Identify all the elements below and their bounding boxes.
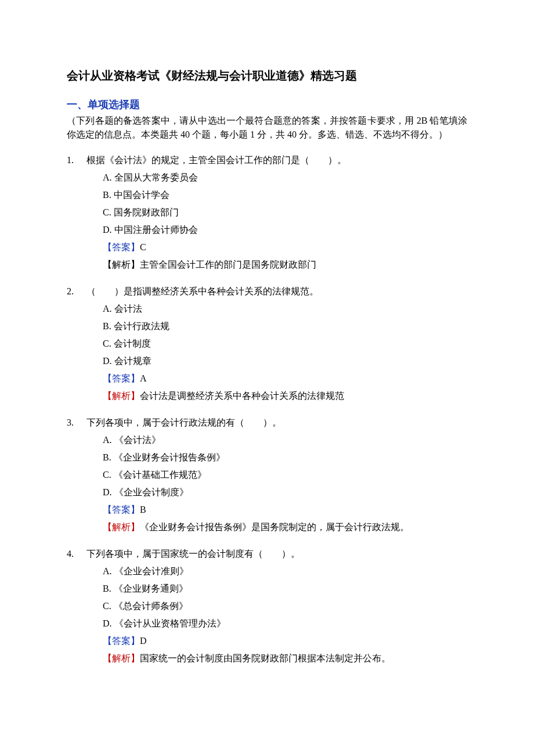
question-options: A. 《企业会计准则》 B. 《企业财务通则》 C. 《总会计师条例》 D. 《… [67,564,467,631]
answer-label: 【答案】 [103,505,140,514]
question-options: A. 全国从大常务委员会 B. 中国会计学会 C. 国务院财政部门 D. 中国注… [67,171,467,237]
option-b: B. 《企业财务会计报告条例》 [103,451,467,465]
answer-value: D [140,636,147,646]
option-d: D. 会计规章 [103,354,467,368]
option-d: D. 《企业会计制度》 [103,485,467,499]
explain-label: 【解析】 [103,391,140,401]
answer-value: A [140,373,147,383]
question-number: 4. [67,547,86,561]
option-b: B. 会计行政法规 [103,319,467,333]
question-text: （ ）是指调整经济关系中各种会计关系的法律规范。 [86,285,467,298]
question-options: A. 会计法 B. 会计行政法规 C. 会计制度 D. 会计规章 [67,302,467,368]
answer-value: B [140,505,146,514]
option-c: C. 《会计基础工作规范》 [103,468,467,482]
section-instructions: （下列各题的备选答案中，请从中选出一个最符合题意的答案，并按答题卡要求，用 2B… [67,114,467,142]
question-explanation: 【解析】《企业财务会计报告条例》是国务院制定的，属于会计行政法规。 [67,520,467,534]
question-answer: 【答案】D [67,634,467,648]
question-number: 1. [67,153,86,167]
explain-label: 【解析】 [103,653,140,663]
question-block: 3. 下列各项中，属于会计行政法规的有（ ）。 A. 《会计法》 B. 《企业财… [67,416,467,534]
option-b: B. 《企业财务通则》 [103,582,467,596]
question-block: 4. 下列各项中，属于国家统一的会计制度有（ ）。 A. 《企业会计准则》 B.… [67,547,467,665]
document-title: 会计从业资格考试《财经法规与会计职业道德》精选习题 [67,67,467,84]
question-answer: 【答案】B [67,503,467,517]
option-c: C. 会计制度 [103,337,467,351]
question-explanation: 【解析】国家统一的会计制度由国务院财政部门根据本法制定并公布。 [67,651,467,665]
document-page: 会计从业资格考试《财经法规与会计职业道德》精选习题 一、单项选择题 （下列各题的… [0,0,534,756]
question-number: 3. [67,416,86,430]
option-c: C. 《总会计师条例》 [103,599,467,613]
explain-label: 【解析】 [103,522,140,532]
option-b: B. 中国会计学会 [103,188,467,202]
explain-text: 会计法是调整经济关系中各种会计关系的法律规范 [140,391,344,401]
question-number: 2. [67,285,86,298]
explain-label: 【解析】 [103,260,140,269]
question-stem: 3. 下列各项中，属于会计行政法规的有（ ）。 [67,416,467,430]
question-text: 根据《会计法》的规定，主管全国会计工作的部门是（ ）。 [86,153,467,167]
answer-label: 【答案】 [103,636,140,646]
answer-value: C [140,242,146,252]
explain-text: 国家统一的会计制度由国务院财政部门根据本法制定并公布。 [140,653,391,663]
section-heading: 一、单项选择题 [67,97,467,113]
question-explanation: 【解析】会计法是调整经济关系中各种会计关系的法律规范 [67,389,467,403]
question-answer: 【答案】C [67,240,467,254]
explain-text: 《企业财务会计报告条例》是国务院制定的，属于会计行政法规。 [140,522,409,532]
option-d: D. 《会计从业资格管理办法》 [103,617,467,631]
answer-label: 【答案】 [103,373,140,383]
question-answer: 【答案】A [67,372,467,386]
option-a: A. 会计法 [103,302,467,316]
option-d: D. 中国注册会计师协会 [103,223,467,237]
question-stem: 2. （ ）是指调整经济关系中各种会计关系的法律规范。 [67,285,467,298]
question-stem: 1. 根据《会计法》的规定，主管全国会计工作的部门是（ ）。 [67,153,467,167]
question-block: 1. 根据《会计法》的规定，主管全国会计工作的部门是（ ）。 A. 全国从大常务… [67,153,467,272]
answer-label: 【答案】 [103,242,140,252]
question-options: A. 《会计法》 B. 《企业财务会计报告条例》 C. 《会计基础工作规范》 D… [67,433,467,499]
option-a: A. 全国从大常务委员会 [103,171,467,185]
explain-text: 主管全国会计工作的部门是国务院财政部门 [140,260,316,269]
option-a: A. 《企业会计准则》 [103,564,467,578]
question-text: 下列各项中，属于国家统一的会计制度有（ ）。 [86,547,467,561]
question-stem: 4. 下列各项中，属于国家统一的会计制度有（ ）。 [67,547,467,561]
question-explanation: 【解析】主管全国会计工作的部门是国务院财政部门 [67,258,467,272]
option-a: A. 《会计法》 [103,433,467,447]
question-block: 2. （ ）是指调整经济关系中各种会计关系的法律规范。 A. 会计法 B. 会计… [67,285,467,403]
question-text: 下列各项中，属于会计行政法规的有（ ）。 [86,416,467,430]
option-c: C. 国务院财政部门 [103,206,467,219]
